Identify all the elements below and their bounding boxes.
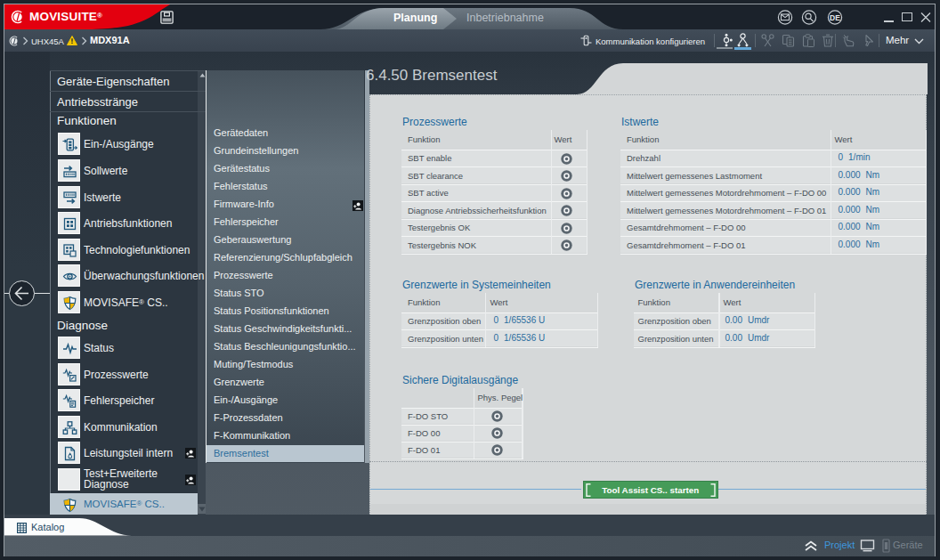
svg-text:DE: DE [830,13,840,22]
